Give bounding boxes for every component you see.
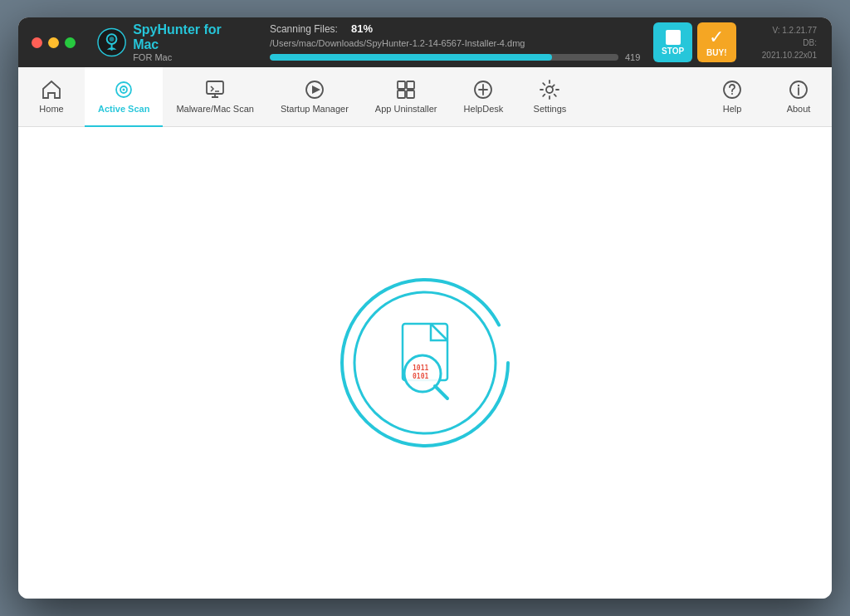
- nav-label-help: Help: [723, 104, 742, 114]
- progress-row: 419: [270, 52, 640, 62]
- scan-circle-container: 1011 0101: [334, 271, 516, 454]
- scan-count: 419: [625, 52, 640, 62]
- logo-text-group: SpyHunter for Mac FOR Mac: [133, 22, 248, 62]
- buy-label: BUY!: [706, 48, 726, 57]
- main-content: 1011 0101: [18, 127, 832, 599]
- startup-manager-icon: [304, 79, 325, 100]
- nav-item-malware-scan[interactable]: Malware/Mac Scan: [163, 67, 267, 127]
- svg-point-2: [110, 37, 115, 42]
- scan-label: Scanning Files:: [270, 23, 338, 35]
- svg-point-14: [546, 86, 553, 93]
- app-window: SpyHunter for Mac FOR Mac Scanning Files…: [18, 17, 832, 599]
- svg-text:1011: 1011: [413, 364, 428, 372]
- version-info: V: 1.2.21.77 DB: 2021.10.22x01: [741, 24, 823, 61]
- logo-area: SpyHunter for Mac FOR Mac: [89, 22, 256, 62]
- nav-label-settings: Settings: [534, 104, 567, 114]
- buy-button[interactable]: ✓ BUY!: [697, 22, 736, 62]
- scan-file-icon: 1011 0101: [371, 309, 479, 417]
- nav-label-app-uninstaller: App Uninstaller: [375, 104, 437, 114]
- svg-point-0: [98, 28, 125, 56]
- svg-rect-12: [407, 90, 414, 98]
- nav-label-about: About: [787, 104, 811, 114]
- navbar: Home Active Scan Malware/Mac Scan: [18, 67, 832, 127]
- nav-item-help[interactable]: Help: [699, 67, 765, 127]
- svg-point-5: [123, 88, 125, 90]
- logo-for-mac: FOR Mac: [133, 52, 248, 62]
- settings-icon: [539, 79, 560, 100]
- scan-animation: 1011 0101: [334, 271, 516, 454]
- version-line2: DB: 2021.10.22x01: [748, 37, 817, 61]
- version-line1: V: 1.2.21.77: [748, 24, 817, 37]
- svg-rect-9: [398, 81, 405, 89]
- malware-scan-icon: [204, 79, 226, 100]
- helpdesk-icon: [472, 79, 494, 100]
- header-actions: STOP ✓ BUY! V: 1.2.21.77 DB: 2021.10.22x…: [653, 22, 832, 62]
- maximize-button[interactable]: [65, 37, 76, 48]
- nav-item-startup-manager[interactable]: Startup Manager: [267, 67, 362, 127]
- nav-label-helpdesk: HelpDesk: [464, 104, 504, 114]
- nav-label-startup-manager: Startup Manager: [281, 104, 349, 114]
- home-icon: [41, 79, 62, 100]
- nav-item-home[interactable]: Home: [18, 67, 85, 127]
- scan-header: Scanning Files: 81%: [270, 22, 640, 35]
- stop-button[interactable]: STOP: [653, 22, 692, 62]
- svg-line-23: [435, 386, 447, 398]
- svg-rect-10: [407, 81, 414, 89]
- logo-text: SpyHunter for Mac: [133, 22, 248, 52]
- svg-rect-11: [398, 90, 405, 98]
- titlebar: SpyHunter for Mac FOR Mac Scanning Files…: [18, 17, 832, 67]
- nav-item-app-uninstaller[interactable]: App Uninstaller: [362, 67, 451, 127]
- stop-label: STOP: [662, 46, 684, 56]
- app-uninstaller-icon: [395, 79, 417, 100]
- svg-text:0101: 0101: [413, 373, 428, 380]
- svg-marker-8: [312, 86, 320, 94]
- about-icon: [788, 79, 809, 100]
- nav-item-helpdesk[interactable]: HelpDesk: [450, 67, 516, 127]
- scan-percent: 81%: [351, 22, 373, 35]
- spyhunter-logo-icon: [97, 27, 126, 57]
- help-icon: [721, 79, 743, 100]
- progress-bar-background: [270, 54, 618, 61]
- nav-item-active-scan[interactable]: Active Scan: [85, 67, 163, 127]
- svg-point-18: [798, 84, 799, 86]
- nav-label-active-scan: Active Scan: [98, 104, 149, 114]
- nav-label-malware-scan: Malware/Mac Scan: [176, 104, 254, 114]
- buy-checkmark-icon: ✓: [709, 28, 724, 46]
- close-button[interactable]: [32, 37, 42, 48]
- traffic-lights: [18, 37, 89, 48]
- progress-bar-fill: [270, 54, 552, 61]
- nav-item-settings[interactable]: Settings: [516, 67, 583, 127]
- stop-icon: [666, 30, 681, 45]
- minimize-button[interactable]: [48, 37, 59, 48]
- scan-info: Scanning Files: 81% /Users/mac/Downloads…: [256, 22, 653, 62]
- active-scan-icon: [113, 79, 134, 100]
- scan-file: /Users/mac/Downloads/SpyHunter-1.2-14-65…: [270, 38, 640, 48]
- svg-point-16: [731, 93, 733, 95]
- nav-label-home: Home: [39, 104, 63, 114]
- nav-item-about[interactable]: About: [765, 67, 832, 127]
